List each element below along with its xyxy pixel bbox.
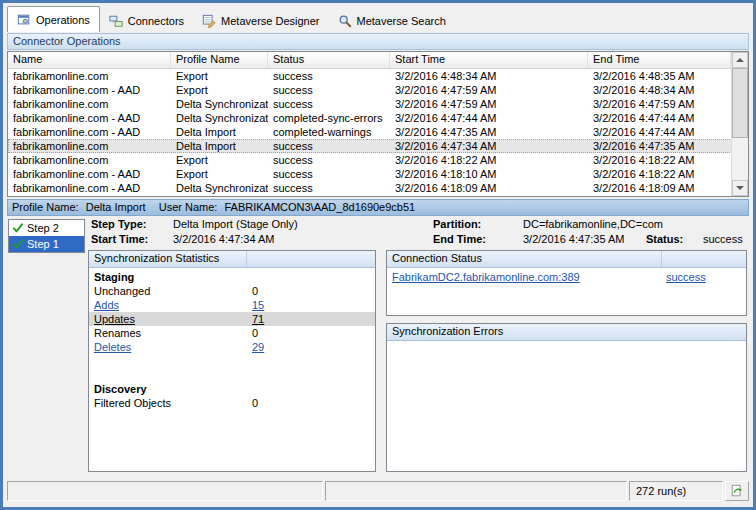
- table-row[interactable]: fabrikamonline.com - AADDelta Synchroniz…: [8, 111, 748, 125]
- stat-label[interactable]: Deletes: [89, 340, 247, 354]
- stat-value[interactable]: 71: [247, 312, 375, 326]
- partition-value: DC=fabrikamonline,DC=com: [523, 218, 663, 230]
- table-cell: 3/2/2016 4:18:09 AM: [588, 181, 748, 195]
- check-icon: [12, 238, 24, 250]
- table-cell: 3/2/2016 4:48:35 AM: [588, 69, 748, 83]
- check-icon: [12, 222, 24, 234]
- table-cell: 3/2/2016 4:47:59 AM: [390, 97, 588, 111]
- stat-row-discovery: Discovery: [89, 382, 375, 396]
- stat-value: [247, 382, 375, 396]
- table-cell: 3/2/2016 4:18:22 AM: [588, 167, 748, 181]
- column-header-status[interactable]: Status: [268, 52, 390, 68]
- refresh-button[interactable]: [725, 481, 749, 501]
- table-row[interactable]: fabrikamonline.comExportsuccess3/2/2016 …: [8, 69, 748, 83]
- column-header-end-time[interactable]: End Time: [588, 52, 731, 68]
- table-cell: Delta Import: [171, 139, 268, 153]
- step-type-value: Delta Import (Stage Only): [173, 218, 298, 230]
- table-cell: success: [268, 139, 390, 153]
- table-row[interactable]: fabrikamonline.com - AADExportsuccess3/2…: [8, 83, 748, 97]
- table-cell: fabrikamonline.com: [8, 97, 171, 111]
- table-cell: 3/2/2016 4:47:34 AM: [390, 139, 588, 153]
- stat-row-adds: Adds15: [89, 298, 375, 312]
- vertical-scrollbar[interactable]: [731, 52, 748, 196]
- table-row[interactable]: fabrikamonline.com - AADDelta Synchroniz…: [8, 181, 748, 195]
- column-header-name[interactable]: Name: [8, 52, 171, 68]
- sync-errors-title: Synchronization Errors: [387, 324, 746, 340]
- table-cell: completed-sync-errors: [268, 111, 390, 125]
- stat-row-filtered-objects: Filtered Objects0: [89, 396, 375, 410]
- table-row[interactable]: fabrikamonline.comDelta Importsuccess3/2…: [8, 139, 748, 153]
- status-bar: 272 run(s): [7, 481, 749, 501]
- start-time-label: Start Time:: [91, 233, 148, 245]
- table-cell: 3/2/2016 4:48:34 AM: [588, 83, 748, 97]
- table-cell: fabrikamonline.com - AAD: [8, 111, 171, 125]
- end-time-value: 3/2/2016 4:47:35 AM: [523, 233, 625, 245]
- table-cell: Export: [171, 83, 268, 97]
- table-cell: 3/2/2016 4:47:44 AM: [390, 111, 588, 125]
- connection-status-body: FabrikamDC2.fabrikamonline.com:389succes…: [387, 268, 746, 285]
- operations-icon: [17, 13, 31, 27]
- table-cell: success: [268, 69, 390, 83]
- stat-value: 0: [247, 284, 375, 298]
- status-label: Status:: [646, 233, 683, 245]
- stat-label[interactable]: Updates: [89, 312, 247, 326]
- table-cell: Delta Synchronization: [171, 111, 268, 125]
- stat-label: Renames: [89, 326, 247, 340]
- step-details: Step Type: Delta Import (Stage Only) Par…: [88, 218, 750, 248]
- column-header-profile-name[interactable]: Profile Name: [171, 52, 268, 68]
- scroll-thumb[interactable]: [732, 68, 748, 138]
- table-row[interactable]: fabrikamonline.comExportsuccess3/2/2016 …: [8, 153, 748, 167]
- profile-name-label: Profile Name:: [12, 201, 79, 213]
- stat-value[interactable]: 15: [247, 298, 375, 312]
- table-cell: fabrikamonline.com: [8, 69, 171, 83]
- table-row[interactable]: fabrikamonline.comDelta Synchronizations…: [8, 97, 748, 111]
- tab-connectors[interactable]: Connectors: [100, 10, 193, 32]
- column-header-start-time[interactable]: Start Time: [390, 52, 588, 68]
- profile-name-value: Delta Import: [86, 201, 146, 213]
- status-bar-segment: [7, 481, 323, 501]
- stat-label: Discovery: [89, 382, 247, 396]
- sync-errors-header: Synchronization Errors: [387, 324, 746, 341]
- connection-status-panel: Connection Status FabrikamDC2.fabrikamon…: [386, 250, 747, 316]
- stat-value: 0: [247, 326, 375, 340]
- stat-label[interactable]: Adds: [89, 298, 247, 312]
- down-arrow-icon: [736, 186, 744, 190]
- status-value: success: [703, 233, 743, 245]
- connection-status-row: FabrikamDC2.fabrikamonline.com:389succes…: [387, 270, 746, 285]
- stat-row-spacer: [89, 368, 375, 382]
- table-row[interactable]: fabrikamonline.com - AADDelta Importcomp…: [8, 125, 748, 139]
- step-label: Step 1: [27, 238, 59, 250]
- stat-value: [247, 368, 375, 382]
- step-item-step-1[interactable]: Step 1: [9, 236, 84, 252]
- user-name-value: FABRIKAMCON3\AAD_8d1690e9cb51: [224, 201, 415, 213]
- stat-row-staging: Staging: [89, 270, 375, 284]
- table-cell: completed-warnings: [268, 125, 390, 139]
- connection-server-link[interactable]: FabrikamDC2.fabrikamonline.com:389: [387, 270, 661, 285]
- tab-operations[interactable]: Operations: [7, 6, 100, 32]
- stat-value[interactable]: 29: [247, 340, 375, 354]
- step-item-step-2[interactable]: Step 2: [9, 220, 84, 236]
- stat-label: [89, 354, 247, 368]
- metaverse-search-icon: [338, 14, 352, 28]
- table-cell: success: [268, 97, 390, 111]
- table-cell: Delta Synchronization: [171, 181, 268, 195]
- sync-statistics-title: Synchronization Statistics: [89, 251, 247, 267]
- refresh-icon: [730, 484, 744, 498]
- tab-metaverse-search[interactable]: Metaverse Search: [329, 10, 455, 32]
- scroll-up-button[interactable]: [732, 52, 748, 68]
- table-row[interactable]: fabrikamonline.com - AADExportsuccess3/2…: [8, 167, 748, 181]
- tab-label: Connectors: [128, 15, 184, 27]
- stat-row-updates: Updates71: [89, 312, 375, 326]
- stat-row-renames: Renames0: [89, 326, 375, 340]
- stat-label: Unchanged: [89, 284, 247, 298]
- stat-label: [89, 368, 247, 382]
- stat-row-unchanged: Unchanged0: [89, 284, 375, 298]
- connection-status-link[interactable]: success: [661, 270, 746, 285]
- table-cell: success: [268, 167, 390, 181]
- tab-metaverse-designer[interactable]: Metaverse Designer: [193, 10, 328, 32]
- partition-label: Partition:: [433, 218, 481, 230]
- scroll-down-button[interactable]: [732, 180, 748, 196]
- connector-operations-title-bar: Connector Operations: [7, 33, 749, 50]
- table-cell: Export: [171, 167, 268, 181]
- connector-operations-title: Connector Operations: [13, 35, 121, 47]
